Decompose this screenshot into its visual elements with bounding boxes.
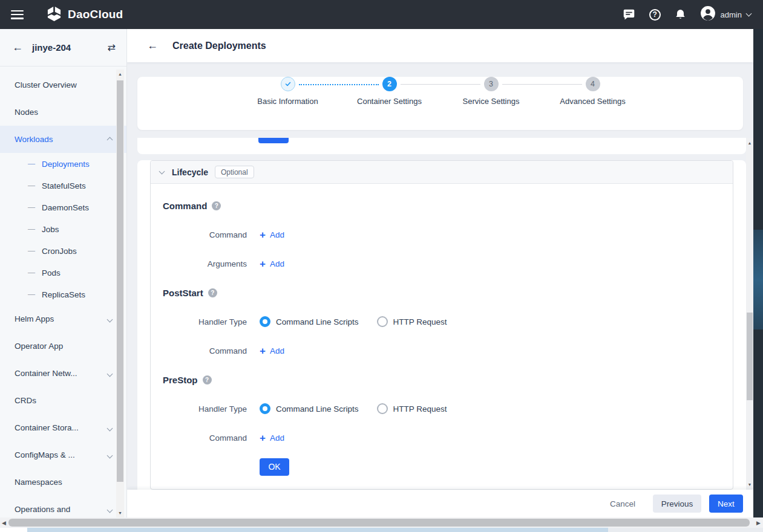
add-poststart-command-button[interactable]: + Add bbox=[260, 346, 284, 356]
help-question-glyph: ? bbox=[652, 10, 657, 19]
step-number: 4 bbox=[586, 77, 600, 91]
arguments-row: Arguments + Add bbox=[151, 249, 733, 278]
poststart-handler-row: Handler Type Command Line Scripts HTTP R… bbox=[151, 307, 733, 336]
step-basic-information[interactable]: Basic Information bbox=[237, 77, 339, 106]
previous-button[interactable]: Previous bbox=[653, 495, 701, 513]
sidebar-item-daemonsets[interactable]: —DaemonSets bbox=[0, 196, 126, 218]
content-scrollbar-thumb[interactable] bbox=[747, 313, 753, 400]
sidebar-item-pods[interactable]: —Pods bbox=[0, 262, 126, 284]
sidebar-item-namespaces[interactable]: Namespaces bbox=[0, 469, 126, 496]
page-back-icon[interactable]: ← bbox=[147, 39, 158, 52]
chevron-down-icon bbox=[108, 369, 112, 378]
content-scrollbar[interactable]: ▲ ▼ bbox=[746, 138, 753, 490]
sidebar-item-container-network[interactable]: Container Netw... bbox=[0, 360, 126, 387]
browser-vertical-scrollbar[interactable] bbox=[753, 29, 763, 517]
add-argument-button[interactable]: + Add bbox=[260, 259, 284, 269]
username: admin bbox=[721, 10, 742, 19]
help-tooltip-icon[interactable]: ? bbox=[212, 201, 221, 210]
app-root: DaoCloud ? bbox=[0, 0, 763, 532]
help-icon[interactable]: ? bbox=[649, 9, 661, 21]
stepper-card: Basic Information 2 Container Settings 3… bbox=[137, 77, 743, 130]
scroll-up-icon[interactable]: ▲ bbox=[116, 72, 124, 76]
chevron-down-icon bbox=[108, 314, 112, 323]
command-label: Command bbox=[163, 433, 247, 443]
notifications-bell-icon[interactable] bbox=[675, 8, 686, 21]
scroll-up-icon[interactable]: ▲ bbox=[746, 141, 753, 145]
sidebar-scrollbar-thumb[interactable] bbox=[117, 80, 123, 482]
sidebar-item-operations[interactable]: Operations and bbox=[0, 496, 126, 517]
horizontal-scrollbar[interactable]: ◀ ▶ bbox=[0, 517, 763, 528]
next-button[interactable]: Next bbox=[709, 495, 743, 513]
browser-scrollbar-thumb[interactable] bbox=[753, 230, 763, 329]
scroll-down-icon[interactable]: ▼ bbox=[116, 511, 124, 515]
hamburger-menu-icon[interactable] bbox=[11, 10, 24, 19]
sidebar-item-workloads[interactable]: Workloads bbox=[0, 126, 126, 153]
user-menu[interactable]: admin bbox=[700, 5, 751, 24]
radio-http-request[interactable]: HTTP Request bbox=[377, 316, 447, 327]
plus-icon: + bbox=[260, 259, 266, 269]
ok-button[interactable]: OK bbox=[260, 458, 289, 476]
scroll-right-icon[interactable]: ▶ bbox=[756, 520, 761, 526]
ok-button-partial[interactable] bbox=[258, 138, 289, 143]
handler-type-label: Handler Type bbox=[163, 317, 247, 326]
sidebar-item-deployments[interactable]: —Deployments bbox=[0, 153, 126, 175]
sidebar-item-crds[interactable]: CRDs bbox=[0, 387, 126, 414]
poststart-command-row: Command + Add bbox=[151, 336, 733, 365]
horizontal-scrollbar-thumb[interactable] bbox=[8, 519, 750, 527]
prestop-section-heading: PreStop ? bbox=[163, 375, 212, 385]
sidebar-item-nodes[interactable]: Nodes bbox=[0, 99, 126, 126]
prestop-handler-row: Handler Type Command Line Scripts HTTP R… bbox=[151, 394, 733, 423]
step-service-settings[interactable]: 3 Service Settings bbox=[440, 77, 542, 106]
sidebar: ← jinye-204 ⇄ Cluster Overview Nodes Wor… bbox=[0, 29, 127, 517]
cluster-switch-icon[interactable]: ⇄ bbox=[108, 42, 116, 53]
step-container-settings[interactable]: 2 Container Settings bbox=[339, 77, 440, 106]
daocloud-logo-icon bbox=[46, 5, 62, 24]
plus-icon: + bbox=[260, 346, 266, 356]
stepper-connector bbox=[502, 84, 582, 85]
brand[interactable]: DaoCloud bbox=[46, 5, 123, 24]
chevron-down-icon bbox=[108, 423, 112, 432]
cluster-back-icon[interactable]: ← bbox=[12, 41, 23, 54]
sidebar-item-jobs[interactable]: —Jobs bbox=[0, 218, 126, 240]
previous-section-card-partial bbox=[137, 138, 746, 154]
sidebar-item-container-storage[interactable]: Container Stora... bbox=[0, 414, 126, 441]
bottom-strip-segment bbox=[0, 528, 27, 532]
step-number: 2 bbox=[382, 77, 397, 91]
sidebar-item-operator-app[interactable]: Operator App bbox=[0, 332, 126, 360]
radio-selected-icon bbox=[260, 403, 270, 414]
radio-command-line-scripts[interactable]: Command Line Scripts bbox=[260, 316, 359, 327]
optional-badge: Optional bbox=[215, 166, 254, 178]
radio-http-request[interactable]: HTTP Request bbox=[377, 403, 447, 414]
messages-icon[interactable] bbox=[623, 8, 635, 21]
step-advanced-settings[interactable]: 4 Advanced Settings bbox=[542, 77, 644, 106]
plus-icon: + bbox=[260, 230, 266, 240]
radio-command-line-scripts[interactable]: Command Line Scripts bbox=[260, 403, 359, 414]
help-tooltip-icon[interactable]: ? bbox=[208, 288, 217, 297]
sidebar-item-helm-apps[interactable]: Helm Apps bbox=[0, 305, 126, 332]
cancel-button[interactable]: Cancel bbox=[610, 499, 635, 508]
sidebar-item-cronjobs[interactable]: —CronJobs bbox=[0, 240, 126, 262]
main-area: ← Create Deployments Basic Information 2… bbox=[127, 29, 753, 517]
sidebar-item-configmaps[interactable]: ConfigMaps & ... bbox=[0, 441, 126, 469]
lifecycle-panel-header[interactable]: Lifecycle Optional bbox=[151, 161, 733, 184]
scroll-down-icon[interactable]: ▼ bbox=[746, 482, 753, 487]
brand-name: DaoCloud bbox=[68, 8, 123, 21]
collapse-chevron-icon bbox=[159, 168, 165, 174]
scroll-left-icon[interactable]: ◀ bbox=[2, 520, 6, 526]
add-prestop-command-button[interactable]: + Add bbox=[260, 433, 284, 443]
sidebar-item-statefulsets[interactable]: —StatefulSets bbox=[0, 175, 126, 196]
bottom-edge-strip bbox=[0, 528, 763, 532]
help-tooltip-icon[interactable]: ? bbox=[203, 375, 212, 384]
add-command-button[interactable]: + Add bbox=[260, 230, 284, 240]
sidebar-item-replicasets[interactable]: —ReplicaSets bbox=[0, 284, 126, 305]
page-title: Create Deployments bbox=[172, 41, 266, 51]
container-settings-card: Lifecycle Optional Command ? Command + bbox=[137, 160, 746, 490]
sidebar-item-cluster-overview[interactable]: Cluster Overview bbox=[0, 71, 126, 99]
step-done-check-icon bbox=[281, 77, 295, 91]
cluster-name: jinye-204 bbox=[32, 42, 71, 53]
sidebar-scrollbar[interactable]: ▲ ▼ bbox=[116, 70, 124, 517]
radio-selected-icon bbox=[260, 316, 270, 327]
command-label: Command bbox=[163, 346, 247, 355]
prestop-command-row: Command + Add bbox=[151, 423, 733, 452]
topbar-actions: ? admin bbox=[623, 5, 751, 24]
